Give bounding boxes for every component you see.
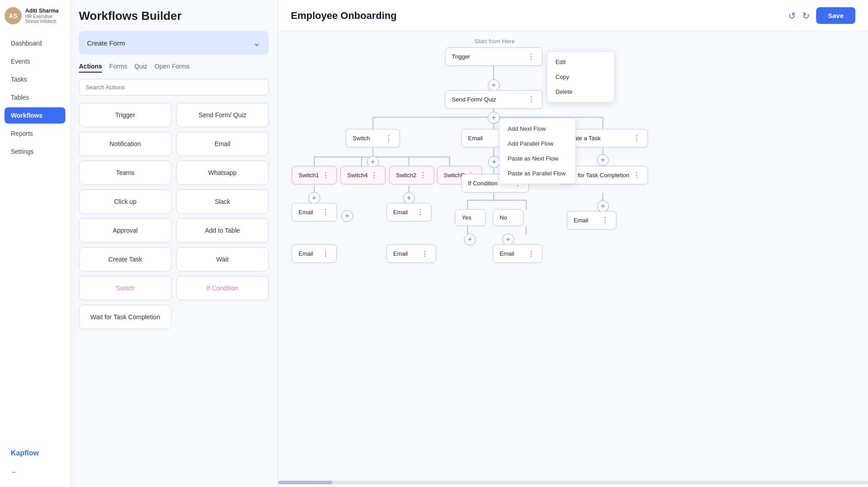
- sidebar-item-tasks[interactable]: Tasks: [5, 71, 65, 87]
- start-label: Start from Here: [459, 38, 531, 45]
- scrollbar-thumb[interactable]: [278, 481, 332, 484]
- user-role: HR Executive: [25, 14, 59, 19]
- node-send-form-menu[interactable]: ⋮: [527, 95, 536, 104]
- node-email-main-label: Email: [468, 135, 483, 142]
- node-trigger-label: Trigger: [452, 53, 470, 60]
- search-input[interactable]: [79, 79, 269, 96]
- plus-wait-task[interactable]: +: [597, 200, 609, 212]
- node-create-task-menu[interactable]: ⋮: [632, 134, 641, 142]
- panel-title: Workflows Builder: [79, 9, 269, 23]
- node-trigger-menu[interactable]: ⋮: [527, 52, 536, 61]
- sidebar-item-dashboard[interactable]: Dashboard: [5, 35, 65, 51]
- node-email-s2-menu[interactable]: ⋮: [416, 208, 425, 216]
- context-copy[interactable]: Copy: [547, 69, 614, 84]
- main-canvas: Employee Onboarding ↺ ↻ Save: [278, 0, 868, 487]
- save-button[interactable]: Save: [816, 7, 855, 24]
- plus-switch1[interactable]: +: [308, 192, 320, 204]
- create-form-label: Create Form: [87, 39, 125, 47]
- tab-forms[interactable]: Forms: [109, 63, 127, 73]
- node-email-bottom2: Email ⋮: [386, 244, 436, 263]
- canvas-header: Employee Onboarding ↺ ↻ Save: [278, 0, 868, 32]
- action-notification[interactable]: Notification: [79, 132, 172, 156]
- flow-popup: Add Next Flow Add Parallel Flow Paste as…: [499, 118, 576, 184]
- sidebar-item-workflows[interactable]: Workflows: [5, 107, 65, 124]
- node-email-bottom1-label: Email: [299, 250, 313, 257]
- action-clickup[interactable]: Click up: [79, 189, 172, 214]
- node-switch2-menu[interactable]: ⋮: [418, 171, 427, 179]
- chevron-down-icon: ⌄: [253, 37, 261, 48]
- action-wait[interactable]: Wait: [176, 247, 269, 271]
- sidebar-item-tables[interactable]: Tables: [5, 89, 65, 106]
- action-add-to-table[interactable]: Add to Table: [176, 218, 269, 243]
- action-teams[interactable]: Teams: [79, 161, 172, 185]
- action-wait-task[interactable]: Wait for Task Completion: [79, 305, 172, 329]
- collapse-button[interactable]: ←: [5, 464, 24, 480]
- node-if-condition-label: If Condition: [468, 180, 498, 187]
- action-switch[interactable]: Switch: [79, 276, 172, 300]
- node-trigger: Trigger ⋮: [445, 47, 542, 66]
- node-email-s2: Email ⋮: [386, 203, 432, 221]
- node-email-bottom2-menu[interactable]: ⋮: [420, 249, 429, 258]
- redo-button[interactable]: ↻: [802, 10, 810, 21]
- context-delete[interactable]: Delete: [547, 84, 614, 99]
- node-no-label: No: [500, 214, 507, 221]
- create-form-button[interactable]: Create Form ⌄: [79, 31, 269, 55]
- node-email-bottom1-menu[interactable]: ⋮: [321, 249, 330, 258]
- plus-switch2[interactable]: +: [403, 192, 415, 204]
- canvas-title: Employee Onboarding: [291, 10, 397, 22]
- action-if-condition[interactable]: If Condition: [176, 276, 269, 300]
- plus-email-main[interactable]: +: [488, 156, 500, 168]
- action-slack[interactable]: Slack: [176, 189, 269, 214]
- plus-trigger-sendform[interactable]: +: [488, 79, 500, 91]
- node-email-bottom1: Email ⋮: [292, 244, 337, 263]
- node-email-right-menu[interactable]: ⋮: [601, 216, 610, 225]
- node-switch-main-menu[interactable]: ⋮: [384, 134, 393, 142]
- node-email-right-label: Email: [574, 217, 588, 224]
- flow-paste-next[interactable]: Paste as Next Flow: [500, 151, 575, 166]
- plus-switch1-email[interactable]: +: [341, 210, 353, 222]
- node-email-s2-label: Email: [393, 209, 408, 216]
- flow-add-next[interactable]: Add Next Flow: [500, 121, 575, 136]
- action-approval[interactable]: Approval: [79, 218, 172, 243]
- header-actions: ↺ ↻ Save: [788, 7, 855, 24]
- node-switch4-menu[interactable]: ⋮: [370, 171, 379, 179]
- plus-yes[interactable]: +: [464, 234, 476, 245]
- middle-panel: Workflows Builder Create Form ⌄ Actions …: [70, 0, 278, 487]
- node-switch1-menu[interactable]: ⋮: [321, 171, 330, 179]
- action-trigger[interactable]: Trigger: [79, 103, 172, 127]
- plus-sendform[interactable]: +: [488, 112, 500, 124]
- action-email[interactable]: Email: [176, 132, 269, 156]
- brand-name: Kapflow: [5, 446, 45, 461]
- node-yes-label: Yes: [462, 214, 471, 221]
- context-edit[interactable]: Edit: [547, 55, 614, 69]
- node-email-s1-menu[interactable]: ⋮: [321, 208, 330, 216]
- node-switch-main: Switch ⋮: [346, 129, 400, 147]
- action-create-task[interactable]: Create Task: [79, 247, 172, 271]
- node-email-s1: Email ⋮: [292, 203, 337, 221]
- plus-create-task[interactable]: +: [597, 154, 609, 166]
- sidebar-item-events[interactable]: Events: [5, 53, 65, 69]
- sidebar-item-settings[interactable]: Settings: [5, 143, 65, 160]
- sidebar-item-reports[interactable]: Reports: [5, 125, 65, 142]
- plus-no[interactable]: +: [502, 234, 514, 245]
- tabs-row: Actions Forms Quiz Open Forms: [79, 63, 269, 73]
- sidebar: AS Aditi Sharma HR Executive Sinnoc Info…: [0, 0, 70, 487]
- node-email-bottom3-menu[interactable]: ⋮: [527, 249, 536, 258]
- node-email-bottom3-label: Email: [500, 250, 514, 257]
- node-email-bottom2-label: Email: [393, 250, 408, 257]
- canvas-area[interactable]: Start from Here Trigger ⋮ + Send Form/ Q…: [278, 32, 868, 487]
- node-email-right: Email ⋮: [567, 211, 616, 230]
- undo-button[interactable]: ↺: [788, 10, 796, 21]
- flow-paste-parallel[interactable]: Paste as Parallel Flow: [500, 166, 575, 181]
- tab-open-forms[interactable]: Open Forms: [155, 63, 190, 73]
- node-wait-task-menu[interactable]: ⋮: [632, 171, 641, 179]
- node-yes: Yes: [455, 209, 486, 226]
- tab-quiz[interactable]: Quiz: [134, 63, 147, 73]
- node-switch1-label: Switch1: [299, 172, 319, 179]
- tab-actions[interactable]: Actions: [79, 63, 102, 73]
- user-profile: AS Aditi Sharma HR Executive Sinnoc Info…: [5, 7, 65, 24]
- action-whatsapp[interactable]: Whatsapp: [176, 161, 269, 185]
- context-menu-trigger: Edit Copy Delete: [547, 51, 615, 102]
- flow-add-parallel[interactable]: Add Parallel Flow: [500, 136, 575, 151]
- action-send-form[interactable]: Send Form/ Quiz: [176, 103, 269, 127]
